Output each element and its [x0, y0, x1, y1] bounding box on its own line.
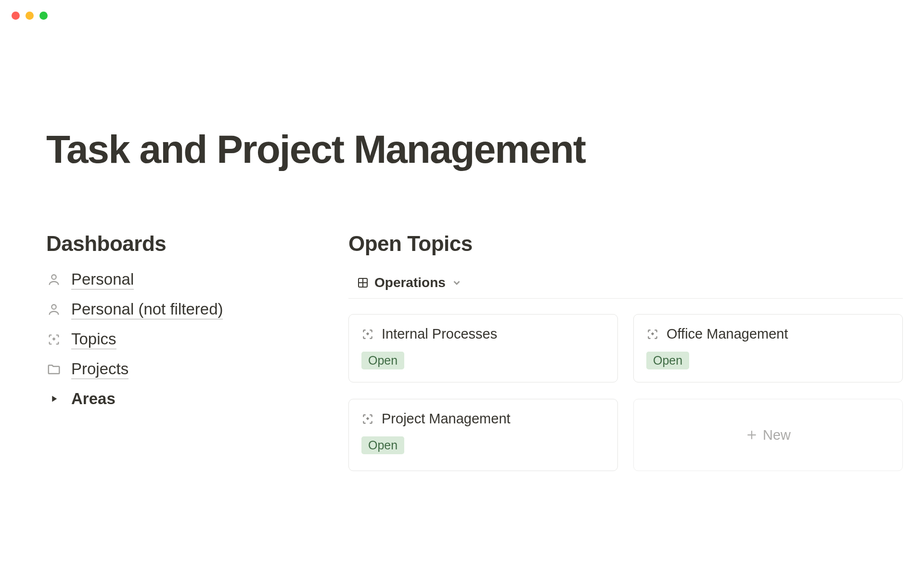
plus-icon [745, 429, 758, 441]
left-column: Dashboards Personal [46, 232, 316, 471]
card-title-row: Project Management [361, 411, 605, 427]
focus-icon [361, 328, 374, 341]
topic-card-title: Internal Processes [382, 326, 497, 342]
folder-icon [46, 361, 62, 378]
person-icon [46, 272, 62, 288]
view-switcher[interactable]: Operations [348, 270, 903, 299]
right-column: Open Topics Operations [348, 232, 903, 471]
topic-card-title: Office Management [667, 326, 788, 342]
dashboards-list: Personal Personal (not filtered) [46, 270, 316, 408]
card-title-row: Office Management [646, 326, 890, 342]
window-minimize-button[interactable] [26, 12, 34, 20]
topic-card[interactable]: Internal Processes Open [348, 314, 618, 382]
dashboard-item-label: Topics [71, 330, 116, 349]
card-title-row: Internal Processes [361, 326, 605, 342]
dashboards-heading: Dashboards [46, 232, 316, 256]
dashboard-item-label: Projects [71, 360, 128, 379]
dashboard-item-projects[interactable]: Projects [46, 360, 316, 379]
dashboard-item-label: Areas [71, 390, 116, 408]
dashboard-item-areas[interactable]: Areas [46, 390, 316, 408]
window-close-button[interactable] [12, 12, 20, 20]
page-content: Task and Project Management Dashboards P… [0, 20, 924, 471]
focus-icon [646, 328, 659, 341]
status-badge: Open [361, 436, 404, 454]
triangle-right-icon [46, 391, 62, 407]
focus-icon [361, 413, 374, 425]
dashboard-item-personal-unfiltered[interactable]: Personal (not filtered) [46, 300, 316, 319]
window-maximize-button[interactable] [39, 12, 48, 20]
new-topic-button[interactable]: New [633, 399, 903, 471]
person-icon [46, 302, 62, 318]
topic-card-title: Project Management [382, 411, 511, 427]
dashboard-item-label: Personal (not filtered) [71, 300, 223, 319]
topic-card-grid: Internal Processes Open [348, 314, 903, 471]
window-controls [0, 0, 924, 20]
topic-card[interactable]: Project Management Open [348, 399, 618, 471]
open-topics-heading: Open Topics [348, 232, 903, 256]
grid-icon [357, 277, 369, 289]
focus-icon [46, 331, 62, 348]
svg-point-0 [51, 275, 56, 279]
dashboard-item-personal[interactable]: Personal [46, 270, 316, 289]
columns: Dashboards Personal [46, 232, 878, 471]
status-badge: Open [646, 352, 689, 369]
view-selected-label: Operations [374, 275, 446, 290]
new-card-label: New [763, 427, 791, 443]
page-title: Task and Project Management [46, 128, 878, 171]
svg-point-1 [51, 305, 56, 309]
status-badge: Open [361, 352, 404, 369]
dashboard-item-topics[interactable]: Topics [46, 330, 316, 349]
topic-card[interactable]: Office Management Open [633, 314, 903, 382]
chevron-down-icon [451, 277, 462, 288]
dashboard-item-label: Personal [71, 270, 134, 289]
